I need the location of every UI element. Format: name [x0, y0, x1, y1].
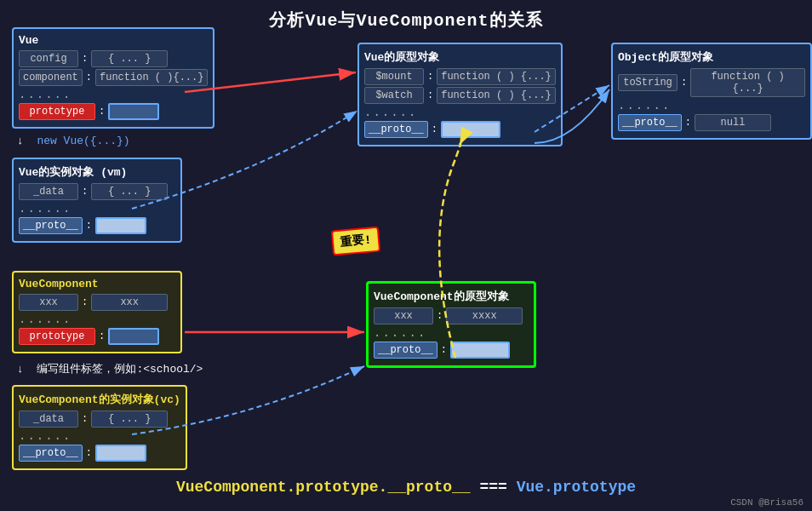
eq-part6: .prototype — [544, 479, 636, 496]
proto-row-op: __proto__ : null — [618, 114, 805, 131]
config-val: { ... } — [91, 50, 168, 67]
vue-box: Vue config : { ... } component : functio… — [12, 27, 214, 129]
eq-part1: VueComponent — [176, 479, 287, 496]
proto-key-vcp: __proto__ — [374, 342, 437, 359]
dots-op: ...... — [618, 99, 805, 112]
important-badge: 重要! — [331, 227, 381, 256]
tostring-row: toString : function ( ) {...} — [618, 68, 805, 97]
xxx-key-vc: xxx — [19, 294, 78, 311]
dots-vm: ...... — [19, 202, 175, 215]
xxx-key-vcp: xxx — [374, 307, 433, 324]
prototype-val-vc — [108, 328, 159, 345]
xxx-val-vcp: xxxx — [446, 307, 523, 324]
prototype-key: prototype — [19, 103, 95, 120]
watch-row: $watch : function ( ) {...} — [364, 87, 556, 104]
vue-instance-box: Vue的实例对象 (vm) _data : { ... } ...... __p… — [12, 158, 182, 243]
xxx-row-vcp: xxx : xxxx — [374, 307, 529, 324]
new-vue-label: ↓ new Vue({...}) — [17, 135, 130, 147]
xxx-row-vc: xxx : xxx — [19, 294, 175, 311]
vue-proto-title: Vue的原型对象 — [364, 49, 556, 65]
watermark: CSDN @Brisa56 — [730, 497, 803, 508]
proto-row-vp: __proto__ : — [364, 121, 556, 138]
proto-val-vci — [95, 445, 146, 462]
config-key: config — [19, 50, 78, 67]
proto-val-vcp — [450, 342, 510, 359]
proto-key-vm: __proto__ — [19, 217, 83, 234]
vue-proto-box: Vue的原型对象 $mount : function ( ) {...} $wa… — [357, 43, 563, 146]
proto-val-vm — [95, 217, 146, 234]
proto-key-op: __proto__ — [618, 114, 682, 131]
proto-row-vcp: __proto__ : — [374, 342, 529, 359]
dots-1: ...... — [19, 88, 208, 101]
vuecomp-proto-box: VueComponent的原型对象 xxx : xxxx ...... __pr… — [366, 281, 536, 368]
data-val-vm: { ... } — [91, 183, 168, 200]
proto-row-vci: __proto__ : — [19, 445, 180, 462]
vuecomp-box: VueComponent xxx : xxx ...... prototype … — [12, 271, 182, 353]
data-val-vci: { ... } — [91, 411, 168, 428]
tostring-val: function ( ) {...} — [690, 68, 805, 97]
prototype-row: prototype : — [19, 103, 208, 120]
bottom-equation: VueComponent.prototype.__proto__ === Vue… — [0, 479, 812, 496]
component-key: component — [19, 69, 83, 86]
tostring-key: toString — [618, 74, 678, 91]
vuecomp-title: VueComponent — [19, 278, 175, 290]
eq-part5: Vue — [517, 479, 544, 496]
vuecomp-instance-box: VueComponent的实例对象(vc) _data : { ... } ..… — [12, 385, 187, 470]
proto-key-vci: __proto__ — [19, 445, 83, 462]
dots-vc: ...... — [19, 313, 175, 326]
write-comp-label: ↓ 编写组件标签，例如:<school/> — [17, 361, 203, 376]
data-row-vm: _data : { ... } — [19, 183, 175, 200]
config-row: config : { ... } — [19, 50, 208, 67]
dots-vp: ...... — [364, 106, 556, 119]
dots-vci: ...... — [19, 429, 180, 443]
proto-row-vm: __proto__ : — [19, 217, 175, 234]
prototype-key-vc: prototype — [19, 328, 95, 345]
eq-part2: .prototype. — [287, 479, 388, 496]
data-row-vci: _data : { ... } — [19, 411, 180, 428]
watch-val: function ( ) {...} — [437, 87, 556, 104]
mount-key: $mount — [364, 68, 424, 85]
xxx-val-vc: xxx — [91, 294, 168, 311]
component-row: component : function ( ){...} — [19, 69, 208, 86]
prototype-val — [108, 103, 159, 120]
mount-val: function ( ) {...} — [437, 68, 556, 85]
eq-part3: __proto__ — [387, 479, 470, 496]
mount-row: $mount : function ( ) {...} — [364, 68, 556, 85]
proto-val-op: null — [695, 114, 771, 131]
data-key-vci: _data — [19, 411, 78, 428]
dots-vcp: ...... — [374, 326, 529, 340]
eq-part4: === — [471, 479, 517, 496]
proto-val-vp — [441, 121, 500, 138]
object-proto-box: Object的原型对象 toString : function ( ) {...… — [611, 43, 812, 140]
proto-key-vp: __proto__ — [364, 121, 428, 138]
object-proto-title: Object的原型对象 — [618, 49, 805, 65]
vuecomp-instance-title: VueComponent的实例对象(vc) — [19, 392, 180, 407]
vue-instance-title: Vue的实例对象 (vm) — [19, 164, 175, 180]
vue-box-title: Vue — [19, 34, 208, 47]
watch-key: $watch — [364, 87, 424, 104]
prototype-row-vc: prototype : — [19, 328, 175, 345]
component-val: function ( ){...} — [95, 69, 208, 86]
data-key-vm: _data — [19, 183, 78, 200]
vuecomp-proto-title: VueComponent的原型对象 — [374, 289, 529, 304]
